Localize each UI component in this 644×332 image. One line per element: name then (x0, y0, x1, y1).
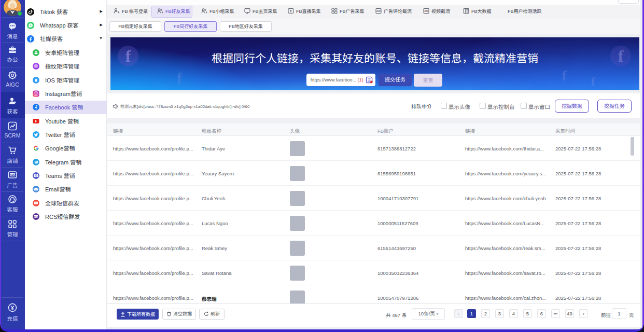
svg-text:AD: AD (376, 9, 381, 12)
svg-text:ADS: ADS (10, 174, 15, 176)
svg-text:RCS: RCS (34, 216, 38, 218)
svg-text:AD: AD (424, 9, 428, 12)
